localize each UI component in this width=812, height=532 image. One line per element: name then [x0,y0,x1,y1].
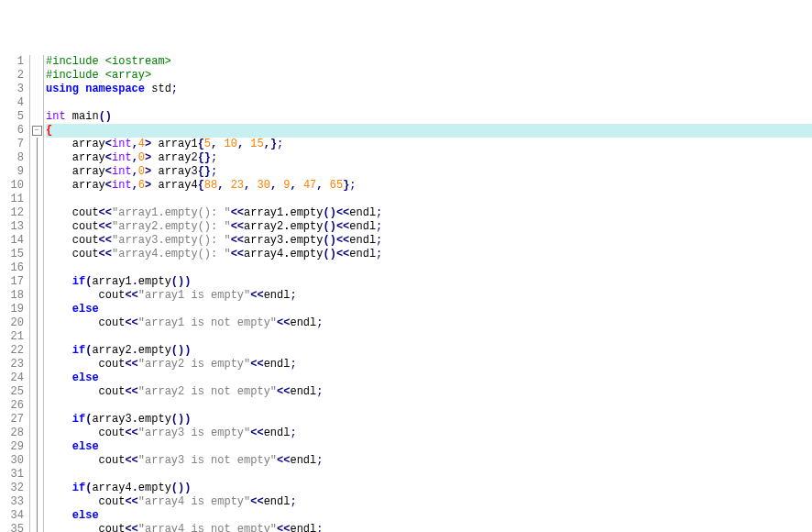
fold-line-icon [37,427,38,440]
line-number: 7 [4,138,24,151]
code-line[interactable]: cout<<"array1 is empty"<<endl; [46,289,812,303]
line-number: 24 [4,371,24,385]
code-line[interactable]: cout<<"array2.empty(): "<<array2.empty()… [46,220,812,234]
fold-line-icon [37,220,38,234]
code-line[interactable] [46,399,812,413]
line-number: 10 [4,179,24,193]
line-number: 12 [4,206,24,220]
code-line[interactable]: cout<<"array4 is not empty"<<endl; [46,523,812,532]
line-number: 30 [4,454,24,468]
fold-line-icon [37,371,38,385]
line-number: 15 [4,248,24,261]
code-line[interactable]: cout<<"array4.empty(): "<<array4.empty()… [46,248,812,261]
line-number: 22 [4,344,24,358]
line-number: 18 [4,289,24,303]
line-number: 26 [4,399,24,413]
fold-line-icon [37,440,38,454]
line-number-gutter: 1234567891011121314151617181920212223242… [0,55,30,532]
fold-line-icon [37,330,38,344]
code-line[interactable]: if(array1.empty()) [46,275,812,289]
code-line[interactable]: using namespace std; [46,83,812,96]
code-line[interactable]: array<int,0> array2{}; [46,151,812,165]
line-number: 13 [4,220,24,234]
line-number: 31 [4,468,24,482]
code-line[interactable]: #include <iostream> [46,55,812,69]
fold-line-icon [37,344,38,358]
code-line[interactable] [46,193,812,206]
fold-line-icon [37,248,38,261]
code-line[interactable] [46,330,812,344]
line-number: 25 [4,385,24,399]
fold-line-icon [37,358,38,371]
code-area[interactable]: #include <iostream>#include <array>using… [44,55,812,532]
line-number: 35 [4,523,24,532]
line-number: 9 [4,165,24,179]
fold-line-icon [37,179,38,193]
line-number: 33 [4,495,24,509]
line-number: 27 [4,413,24,427]
code-line[interactable]: array<int,6> array4{88, 23, 30, 9, 47, 6… [46,179,812,193]
code-line[interactable]: if(array3.empty()) [46,413,812,427]
code-line[interactable]: cout<<"array3 is empty"<<endl; [46,427,812,440]
fold-line-icon [37,206,38,220]
code-line[interactable] [46,468,812,482]
fold-line-icon [37,413,38,427]
code-line[interactable] [46,261,812,275]
code-line[interactable]: else [46,440,812,454]
fold-line-icon [37,454,38,468]
line-number: 14 [4,234,24,248]
code-line[interactable] [46,96,812,110]
line-number: 1 [4,55,24,69]
fold-toggle-icon[interactable]: − [32,126,42,136]
code-line[interactable]: if(array2.empty()) [46,344,812,358]
code-line[interactable]: if(array4.empty()) [46,482,812,495]
fold-line-icon [37,289,38,303]
line-number: 5 [4,110,24,124]
code-line[interactable]: cout<<"array2 is empty"<<endl; [46,358,812,371]
line-number: 4 [4,96,24,110]
code-line[interactable]: cout<<"array4 is empty"<<endl; [46,495,812,509]
code-line[interactable]: #include <array> [46,69,812,83]
fold-line-icon [37,385,38,399]
line-number: 2 [4,69,24,83]
line-number: 20 [4,316,24,330]
code-line[interactable]: else [46,371,812,385]
line-number: 6 [4,124,24,138]
code-line[interactable]: else [46,303,812,316]
line-number: 16 [4,261,24,275]
code-line[interactable]: cout<<"array3.empty(): "<<array3.empty()… [46,234,812,248]
fold-line-icon [37,151,38,165]
line-number: 11 [4,193,24,206]
fold-line-icon [37,234,38,248]
fold-line-icon [37,165,38,179]
line-number: 34 [4,509,24,523]
line-number: 8 [4,151,24,165]
code-editor: 1234567891011121314151617181920212223242… [0,55,812,532]
fold-line-icon [37,482,38,495]
line-number: 28 [4,427,24,440]
code-line[interactable]: array<int,4> array1{5, 10, 15,}; [46,138,812,151]
code-line[interactable]: { [46,124,812,138]
code-line[interactable]: else [46,509,812,523]
fold-line-icon [37,316,38,330]
fold-line-icon [37,303,38,316]
line-number: 32 [4,482,24,495]
line-number: 23 [4,358,24,371]
fold-line-icon [37,193,38,206]
fold-line-icon [37,261,38,275]
code-line[interactable]: array<int,0> array3{}; [46,165,812,179]
code-line[interactable]: cout<<"array1 is not empty"<<endl; [46,316,812,330]
fold-column: − [30,55,44,532]
fold-line-icon [37,399,38,413]
code-line[interactable]: int main() [46,110,812,124]
fold-line-icon [37,509,38,523]
code-line[interactable]: cout<<"array1.empty(): "<<array1.empty()… [46,206,812,220]
fold-line-icon [37,275,38,289]
line-number: 29 [4,440,24,454]
code-line[interactable]: cout<<"array3 is not empty"<<endl; [46,454,812,468]
line-number: 21 [4,330,24,344]
line-number: 17 [4,275,24,289]
fold-line-icon [37,468,38,482]
line-number: 19 [4,303,24,316]
code-line[interactable]: cout<<"array2 is not empty"<<endl; [46,385,812,399]
